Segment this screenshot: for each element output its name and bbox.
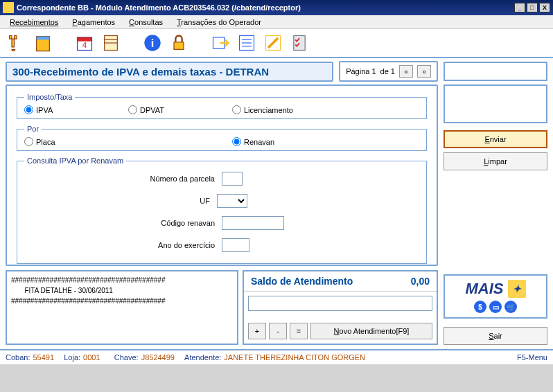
btn-minus[interactable]: - [269, 323, 287, 339]
tool-edit-icon[interactable] [262, 32, 284, 54]
pager-of: de 1 [380, 67, 395, 75]
imposto-fieldset: Imposto/Taxa IPVA DPVAT Licenciamento [17, 93, 427, 119]
consulta-legend: Consulta IPVA por Renavam [24, 157, 126, 165]
tool-lock-icon[interactable] [168, 32, 190, 54]
statusbar: Coban: 55491 Loja: 0001 Chave: J8524499 … [0, 349, 553, 364]
titlebar: Correspondente BB - Módulo Atendimento A… [0, 0, 553, 15]
menu-recebimentos[interactable]: Recebimentos [3, 17, 65, 28]
input-ano-exercicio[interactable] [222, 238, 249, 252]
bb-mini-icon: ✦ [508, 280, 526, 298]
radio-placa-input[interactable] [24, 137, 33, 146]
saldo-title: Saldo de Atendimento [251, 276, 353, 287]
svg-text:i: i [151, 37, 155, 49]
pager-prev-button[interactable]: « [399, 65, 413, 78]
radio-renavan-input[interactable] [232, 137, 241, 146]
pager-label: Página 1 [346, 67, 376, 75]
menu-pagamentos[interactable]: Pagamentos [65, 17, 122, 28]
svg-rect-1 [37, 37, 50, 40]
menu-transacoes[interactable]: Transações do Operador [170, 17, 268, 28]
form-panel: Imposto/Taxa IPVA DPVAT Licenciamento Po… [6, 84, 438, 266]
tool-export-icon[interactable] [209, 32, 231, 54]
menubar: Recebimentos Pagamentos Consultas Transa… [0, 15, 553, 29]
left-column: Imposto/Taxa IPVA DPVAT Licenciamento Po… [6, 84, 438, 345]
tool-notebook-icon[interactable] [100, 32, 122, 54]
status-coban-label: Coban: [6, 353, 30, 362]
imposto-legend: Imposto/Taxa [24, 93, 75, 101]
saldo-input[interactable] [248, 296, 432, 311]
tool-list-icon[interactable] [236, 32, 258, 54]
select-uf[interactable] [217, 194, 247, 208]
status-loja-value: 0001 [83, 353, 100, 362]
radio-dpvat-input[interactable] [128, 105, 137, 114]
radio-licenciamento[interactable]: Licenciamento [232, 105, 336, 114]
por-fieldset: Por Placa Renavan [17, 125, 427, 151]
btn-enviar[interactable]: Enviar [444, 130, 547, 148]
btn-novo-atendimento[interactable]: Novo Atendimento[F9] [310, 323, 432, 339]
label-uf: UF [71, 197, 210, 205]
close-button[interactable]: X [539, 3, 550, 12]
status-f5: F5-Menu [517, 353, 547, 362]
radio-placa[interactable]: Placa [24, 137, 128, 146]
btn-sair[interactable]: Sair [444, 327, 547, 345]
status-loja-label: Loja: [64, 353, 80, 362]
card-icon[interactable]: ▭ [489, 301, 502, 313]
page-title: 300-Recebimento de IPVA e demais taxas -… [6, 62, 333, 82]
receipt-box: ########################################… [6, 270, 238, 345]
svg-rect-10 [174, 42, 184, 50]
minimize-button[interactable]: _ [514, 3, 525, 12]
right-logo-box [444, 84, 547, 123]
mais-box: MAIS ✦ $ ▭ 🛒 [444, 274, 547, 319]
radio-dpvat[interactable]: DPVAT [128, 105, 232, 114]
radio-ipva[interactable]: IPVA [24, 105, 128, 114]
right-column: Enviar Limpar MAIS ✦ $ ▭ 🛒 Sair [444, 84, 547, 345]
status-atendente-value: JANETE THEREZINHA CITON GORGEN [224, 353, 365, 362]
tool-checklist-icon[interactable] [288, 32, 310, 54]
top-right-box [444, 62, 547, 81]
menu-consultas[interactable]: Consultas [122, 17, 170, 28]
status-chave-label: Chave: [114, 353, 139, 362]
consulta-fieldset: Consulta IPVA por Renavam Número da parc… [17, 157, 427, 264]
status-coban-value: 55491 [33, 353, 54, 362]
pager-next-button[interactable]: » [417, 65, 431, 78]
main-area: Imposto/Taxa IPVA DPVAT Licenciamento Po… [0, 84, 553, 349]
tool-wrench-icon[interactable] [6, 32, 28, 54]
pager: Página 1 de 1 « » [339, 61, 438, 82]
saldo-box: Saldo de Atendimento 0,00 + - = Novo Ate… [243, 270, 438, 345]
label-ano-exercicio: Ano do exercício [76, 241, 215, 249]
menu-label: ecebimentos [15, 18, 58, 26]
saldo-value: 0,00 [411, 276, 430, 287]
window-title: Correspondente BB - Módulo Atendimento A… [17, 3, 513, 12]
label-codigo-renavan: Código renavan [76, 219, 215, 227]
maximize-button[interactable]: □ [527, 3, 538, 12]
tool-calendar-icon[interactable]: 4 [73, 32, 96, 54]
status-atendente-label: Atendente: [184, 353, 221, 362]
label-numero-parcela: Número da parcela [76, 175, 215, 183]
mais-text: MAIS [466, 280, 504, 298]
bottom-strip: ########################################… [6, 270, 438, 345]
input-numero-parcela[interactable] [222, 172, 243, 186]
tool-database-icon[interactable] [32, 32, 54, 54]
tool-info-icon[interactable]: i [141, 32, 164, 54]
input-codigo-renavan[interactable] [222, 216, 284, 230]
dollar-icon[interactable]: $ [474, 301, 486, 313]
radio-ipva-input[interactable] [24, 105, 33, 114]
cart-icon[interactable]: 🛒 [504, 301, 517, 313]
app-icon [3, 2, 14, 13]
toolbar: 4 i [0, 29, 553, 58]
por-legend: Por [24, 125, 42, 133]
btn-limpar[interactable]: Limpar [444, 152, 547, 170]
svg-text:4: 4 [82, 40, 87, 49]
novo-label: ovo Atendimento[F9] [340, 327, 410, 335]
btn-equals[interactable]: = [290, 323, 308, 339]
status-chave-value: J8524499 [141, 353, 175, 362]
radio-licenciamento-input[interactable] [232, 105, 241, 114]
page-header: 300-Recebimento de IPVA e demais taxas -… [0, 58, 553, 84]
btn-plus[interactable]: + [248, 323, 266, 339]
radio-renavan[interactable]: Renavan [232, 137, 336, 146]
